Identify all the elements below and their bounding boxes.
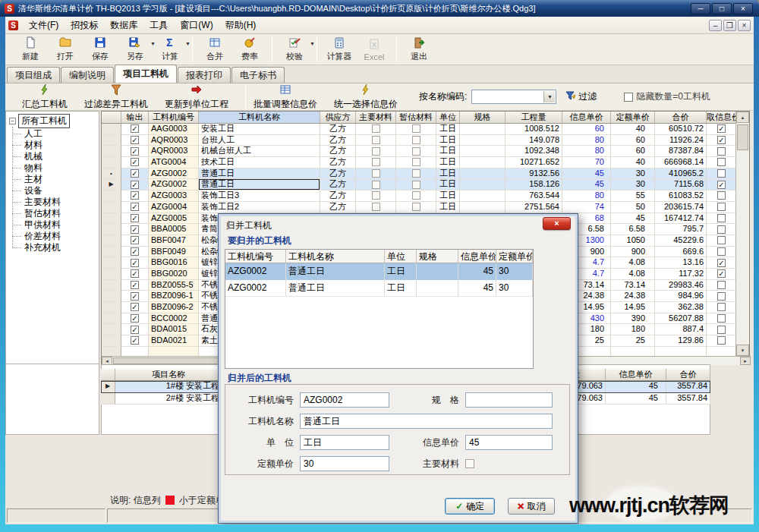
tree-item-主要材料[interactable]: 主要材料 — [12, 197, 99, 208]
take-info-price-cell[interactable]: ✓ — [707, 124, 737, 135]
name-cell[interactable]: 机械台班人工 — [199, 146, 320, 157]
take-info-price-cell[interactable] — [707, 190, 737, 202]
checkbox-checked[interactable]: ✓ — [131, 336, 139, 345]
grid-row[interactable]: ✓AZG0004装饰工日2乙方工日2751.5647450203615.74 — [102, 202, 737, 213]
grid-row[interactable]: ▶✓AZG0002普通工日乙方工日158.12645307115.68✓ — [102, 179, 737, 190]
checkbox-checked[interactable]: ✓ — [131, 136, 139, 144]
checkbox-unchecked[interactable] — [717, 326, 726, 334]
checkbox-unchecked[interactable] — [624, 93, 633, 102]
toolbar-button-open-folder[interactable]: 打开 — [48, 35, 83, 64]
menu-item-招投标[interactable]: 招投标 — [65, 17, 104, 33]
checkbox-checked[interactable]: ✓ — [131, 191, 139, 200]
checkbox-checked[interactable]: ✓ — [131, 181, 139, 189]
checkbox-checked[interactable]: ✓ — [131, 225, 139, 234]
row-selector-cell[interactable] — [102, 157, 121, 168]
tab-报表打印[interactable]: 报表打印 — [178, 67, 231, 83]
row-selector-cell[interactable] — [102, 280, 121, 291]
menu-item-工具[interactable]: 工具 — [143, 17, 174, 33]
grid-header-暂估材料[interactable]: 暂估材料 — [396, 112, 436, 124]
checkbox-checked[interactable]: ✓ — [131, 236, 139, 244]
project-header-info[interactable]: 信息单价 — [606, 369, 666, 381]
row-selector-cell[interactable] — [102, 324, 121, 335]
minimize-button[interactable]: ─ — [691, 3, 710, 14]
grid-header-合价[interactable]: 合价 — [655, 112, 707, 124]
row-selector-cell[interactable] — [102, 302, 121, 313]
name-field[interactable] — [300, 414, 553, 429]
name-cell[interactable]: 装饰工日3 — [199, 190, 320, 202]
row-selector-cell[interactable]: • — [102, 168, 121, 180]
take-info-price-cell[interactable]: ✓ — [707, 179, 737, 190]
take-info-price-cell[interactable] — [707, 247, 737, 258]
checkbox-unchecked[interactable] — [717, 314, 726, 323]
toolbar-button-save-as[interactable]: 另存▼ — [118, 35, 153, 64]
take-info-price-cell[interactable] — [707, 224, 737, 235]
take-info-price-cell[interactable]: ✓ — [707, 257, 737, 269]
dropdown-arrow-icon[interactable]: ▼ — [185, 41, 191, 46]
dialog-header-规格[interactable]: 规格 — [417, 250, 458, 263]
tree-item-all[interactable]: − 所有工料机 — [9, 114, 99, 128]
dialog-close-icon[interactable]: × — [543, 217, 571, 230]
checkbox-checked[interactable]: ✓ — [131, 158, 139, 166]
grid-row[interactable]: •✓AZG0002普通工日乙方工日9132.564530410965.2 — [102, 168, 737, 180]
take-info-price-cell[interactable]: ✓ — [707, 269, 737, 280]
tab-编制说明[interactable]: 编制说明 — [61, 67, 114, 83]
grid-row[interactable]: ✓AZG0003装饰工日3乙方工日763.544805561083.52 — [102, 190, 737, 202]
checkbox-checked[interactable]: ✓ — [131, 259, 139, 267]
checkbox-checked[interactable]: ✓ — [131, 247, 139, 256]
take-info-price-cell[interactable] — [707, 202, 737, 213]
cancel-button[interactable]: × 取消 — [508, 498, 555, 515]
dialog-row[interactable]: AZG0002普通工日工日4530 — [225, 263, 533, 280]
row-selector-cell[interactable] — [102, 202, 121, 213]
scroll-up-icon[interactable]: ▲ — [736, 112, 749, 123]
take-info-price-cell[interactable] — [707, 280, 737, 291]
grid-header-selector[interactable] — [102, 112, 121, 124]
checkbox-checked[interactable]: ✓ — [131, 147, 139, 156]
take-info-price-cell[interactable] — [707, 146, 737, 157]
name-cell[interactable]: 普通工日 — [199, 179, 320, 190]
row-selector-cell[interactable] — [102, 347, 121, 356]
grid-header-工料机编号[interactable]: 工料机编号 — [149, 112, 199, 124]
ok-button[interactable]: ✓ 确定 — [445, 498, 495, 515]
menu-item-帮助H[interactable]: 帮助(H) — [219, 17, 263, 33]
tree-collapse-icon[interactable]: − — [9, 118, 16, 124]
code-field[interactable] — [300, 392, 389, 408]
row-selector-cell[interactable] — [102, 291, 121, 302]
tab-项目工料机[interactable]: 项目工料机 — [115, 65, 177, 83]
menu-item-数据库[interactable]: 数据库 — [104, 17, 143, 33]
name-cell[interactable]: 装饰工日2 — [199, 202, 320, 213]
checkbox-unchecked[interactable] — [717, 225, 726, 234]
toolbar-button-更新到单位工程[interactable]: 更新到单位工程 — [165, 83, 228, 111]
dropdown-arrow-icon[interactable]: ▼ — [310, 41, 315, 46]
grid-row[interactable]: ✓AQR0003机械台班人工乙方工日1092.348806087387.84 — [102, 146, 737, 157]
grid-header-供应方[interactable]: 供应方 — [320, 112, 356, 124]
checkbox-checked[interactable]: ✓ — [131, 314, 139, 323]
row-selector-cell[interactable] — [101, 393, 115, 405]
grid-header-信息单价[interactable]: 信息单价 — [562, 112, 611, 124]
tree-item-人工[interactable]: 人工 — [12, 128, 99, 140]
checkbox-checked[interactable]: ✓ — [131, 169, 139, 178]
checkbox-checked[interactable]: ✓ — [131, 269, 139, 278]
toolbar-button-过滤差异工料机[interactable]: 过滤差异工料机 — [84, 83, 148, 111]
close-button[interactable]: × — [733, 3, 753, 14]
name-code-input[interactable] — [473, 91, 543, 102]
take-info-price-cell[interactable] — [707, 157, 737, 168]
checkbox-unchecked[interactable] — [717, 281, 726, 289]
grid-header-定额单价[interactable]: 定额单价 — [611, 112, 655, 124]
checkbox-checked[interactable]: ✓ — [131, 124, 139, 133]
name-code-combobox[interactable]: ▼ — [471, 90, 556, 104]
vscroll-thumb[interactable] — [737, 124, 748, 150]
toolbar-button-汇总工料机[interactable]: 汇总工料机 — [22, 83, 68, 111]
take-info-price-cell[interactable] — [707, 302, 737, 313]
checkbox-unchecked[interactable] — [717, 147, 726, 156]
row-selector-cell[interactable] — [102, 135, 121, 146]
dialog-header-工料机名称[interactable]: 工料机名称 — [286, 250, 385, 263]
grid-header-工料机名称[interactable]: 工料机名称 — [199, 112, 320, 124]
checkbox-unchecked[interactable] — [717, 191, 726, 200]
toolbar-button-rate[interactable]: 费率 — [232, 35, 267, 64]
row-selector-cell[interactable]: ▶ — [101, 381, 115, 393]
checkbox-unchecked[interactable] — [717, 292, 726, 301]
take-info-price-cell[interactable]: ✓ — [707, 135, 737, 146]
mdi-restore-button[interactable]: ❒ — [723, 20, 736, 31]
checkbox-unchecked[interactable] — [717, 158, 726, 166]
checkbox-checked[interactable]: ✓ — [131, 292, 139, 301]
